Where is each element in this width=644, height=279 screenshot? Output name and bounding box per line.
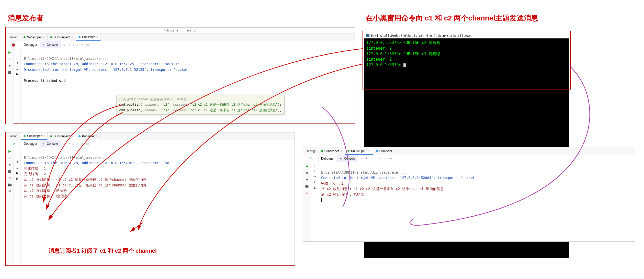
print-icon[interactable]: 🖶 [16, 171, 19, 175]
subtab-console[interactable]: ▶_Console [40, 41, 61, 48]
scroll-icon[interactable]: ⤓ [313, 181, 316, 184]
tab-subscriper2[interactable]: Subscriper2× [345, 147, 373, 155]
tab-publisher[interactable]: Publisher× [373, 147, 398, 155]
tab-label: Publisher [82, 35, 95, 39]
step-out-icon[interactable]: ↑ [77, 43, 78, 47]
print-icon[interactable]: 🖶 [313, 186, 316, 190]
tab-subscriper[interactable]: Subscriper× [21, 132, 48, 140]
print-icon[interactable]: 🖶 [16, 72, 19, 76]
tab-subscriper2[interactable]: Subscriper2× [48, 34, 76, 41]
tab-publisher[interactable]: Publisher× [76, 34, 101, 41]
tooltip-text: , message: [169, 108, 190, 112]
tab-subscriper[interactable]: Subscriper× [21, 34, 48, 41]
down-icon[interactable]: ↓ [16, 55, 18, 59]
close-icon[interactable]: × [394, 150, 395, 152]
mute-icon[interactable]: ⦸ [305, 190, 309, 195]
close-icon[interactable]: × [43, 135, 45, 137]
more-icon[interactable]: ⋯ [92, 43, 95, 47]
pause-icon[interactable]: ⏸ [305, 170, 309, 175]
rerun-cell: ↻ [303, 155, 319, 162]
chevron-right-icon: › [181, 29, 185, 32]
wrap-icon[interactable]: ⇥ [16, 61, 18, 65]
sub2-panel: Debug: Subscriper× Subscriper2× Publishe… [303, 147, 635, 242]
stop-icon[interactable]: ■ [305, 177, 309, 182]
up-icon[interactable]: ↑ [16, 50, 18, 53]
force-step-icon[interactable]: ↓ [73, 43, 74, 47]
subtab-debugger[interactable]: Debugger [21, 140, 40, 147]
console-line: 从 c2 收到消息 : c2 c2 c2 这是一条来自 c2 这个channel… [24, 177, 146, 182]
circle-icon[interactable]: ⬤ [305, 184, 309, 188]
down-icon[interactable]: ↓ [314, 169, 315, 173]
step-over-icon[interactable]: ≡ [63, 142, 65, 146]
close-icon[interactable]: × [96, 135, 98, 138]
step-over-icon[interactable]: ≡ [361, 157, 363, 160]
step-out-icon[interactable]: ↑ [374, 157, 376, 160]
subtab-console[interactable]: ▶_Console [337, 155, 358, 162]
rerun-icon[interactable]: ↻ [12, 142, 15, 146]
close-icon[interactable]: × [72, 36, 73, 39]
evaluate-icon[interactable]: ▭ [86, 43, 89, 47]
debug-tabbar: Debug: Subscriper× Subscriper2× Publishe… [6, 132, 295, 140]
step-into-icon[interactable]: ↷ [365, 157, 368, 160]
up-icon[interactable]: ↑ [16, 149, 18, 152]
down-icon[interactable]: ↓ [16, 154, 18, 158]
bug-icon[interactable]: 🐞 [11, 42, 16, 47]
toolbar-row: ↻ Debugger ▶_Console ≡ ↷ ↓ ↑ ↗ ▭ ⋯ [303, 155, 635, 162]
wrap-icon[interactable]: ⇥ [16, 160, 18, 164]
debug-toolbar: ≡ ↷ ↓ ↑ ↗ ▭ ⋯ [358, 155, 394, 162]
console-line: Process finished with [24, 79, 67, 83]
run-to-cursor-icon[interactable]: ↗ [81, 142, 84, 146]
bug-icon-cell: 🐞 [6, 41, 21, 48]
close-icon[interactable]: × [43, 36, 45, 39]
mute-icon[interactable]: ⦸ [7, 175, 12, 180]
more-icon[interactable]: ⋯ [92, 142, 95, 146]
settings-icon[interactable]: ⚙ [7, 189, 12, 193]
close-icon[interactable]: × [341, 150, 342, 152]
close-icon[interactable]: × [369, 149, 370, 152]
console-line: 从 c2 收到消息 : 哈哈哈 [321, 192, 364, 196]
step-into-icon[interactable]: ↷ [68, 142, 70, 146]
resume-icon[interactable]: ▶ [305, 164, 309, 168]
circle-icon[interactable]: ⬤ [7, 70, 12, 74]
tab-subscriper[interactable]: Subscriper× [318, 147, 345, 155]
evaluate-icon[interactable]: ▭ [86, 142, 89, 146]
run-to-cursor-icon[interactable]: ↗ [378, 157, 381, 160]
step-out-icon[interactable]: ↑ [77, 142, 78, 146]
up-icon[interactable]: ↑ [314, 164, 315, 167]
run-dot-icon [78, 135, 81, 137]
rerun-icon[interactable]: ↻ [310, 157, 312, 160]
tab-subscriper2[interactable]: Subscriper2× [48, 132, 76, 140]
stop-icon[interactable]: ■ [7, 162, 12, 167]
camera-icon[interactable]: 📷 [7, 182, 12, 187]
pause-icon[interactable]: ⏸ [7, 155, 12, 160]
subtab-debugger[interactable]: Debugger [319, 155, 337, 162]
evaluate-icon[interactable]: ▭ [383, 157, 386, 160]
stop-icon[interactable]: ■ [7, 63, 12, 68]
step-into2-icon[interactable]: ↓ [370, 157, 372, 160]
console-line: 完成订阅 ：1 [24, 166, 46, 171]
toolbar-row: ↻ Debugger ▶_Console ≡ ↷ ↓ ↑ ↗ ▭ ⋯ [6, 140, 295, 147]
subtab-console[interactable]: ▶_Console [40, 140, 61, 147]
scroll-icon[interactable]: ⤓ [16, 166, 18, 169]
sub1-panel: Debug: Subscriper× Subscriper2× Publishe… [6, 132, 295, 265]
console-line: 从 c1 收到消息 : 嘿嘿嘿 [24, 194, 67, 198]
step-into-icon[interactable]: ↷ [68, 43, 70, 47]
more-icon[interactable]: ⋯ [389, 157, 392, 160]
subtab-debugger[interactable]: Debugger [21, 41, 40, 48]
resume-icon[interactable]: ▶ [7, 50, 12, 54]
close-icon[interactable]: × [96, 36, 98, 38]
close-icon[interactable]: × [72, 135, 73, 138]
trash-icon[interactable]: 🗑 [16, 177, 19, 181]
circle-icon[interactable]: ⬤ [7, 169, 12, 173]
subtab-label: Console [47, 142, 58, 146]
sub2-console[interactable]: E:\install\JDK11\install\bin\java.exe ..… [318, 162, 635, 241]
tooltip-text: channel: [142, 108, 161, 112]
scroll-icon[interactable]: ⤓ [16, 67, 18, 70]
tab-publisher[interactable]: Publisher× [76, 132, 101, 140]
wrap-icon[interactable]: ⇥ [313, 175, 316, 178]
step-over-icon[interactable]: ≡ [63, 43, 65, 47]
run-to-cursor-icon[interactable]: ↗ [81, 43, 84, 47]
resume-icon[interactable]: ▶ [7, 149, 12, 153]
step-into2-icon[interactable]: ↓ [73, 142, 74, 146]
pause-icon[interactable]: ⏸ [7, 57, 12, 61]
